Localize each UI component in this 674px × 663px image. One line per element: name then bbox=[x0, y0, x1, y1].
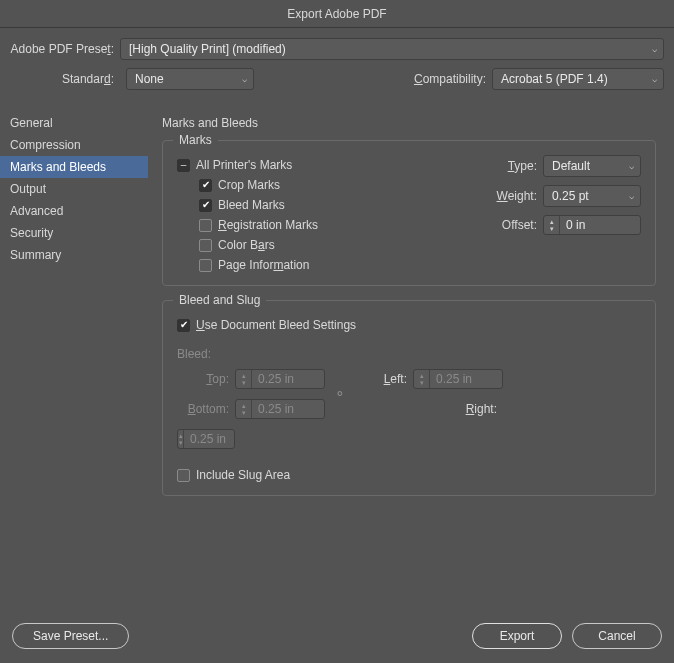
standard-label: Standard: bbox=[10, 72, 120, 86]
bleed-bottom-stepper: ▴▾ 0.25 in bbox=[235, 399, 325, 419]
bleed-left-label: Left: bbox=[355, 372, 413, 386]
offset-label: Offset: bbox=[502, 218, 537, 232]
bleed-top-label: Top: bbox=[177, 372, 235, 386]
standard-dropdown[interactable]: None ⌵ bbox=[126, 68, 254, 90]
stepper-arrows-icon[interactable]: ▴▾ bbox=[544, 216, 560, 234]
weight-dropdown[interactable]: 0.25 pt ⌵ bbox=[543, 185, 641, 207]
chevron-down-icon: ⌵ bbox=[652, 74, 657, 84]
sidebar-item-compression[interactable]: Compression bbox=[0, 134, 148, 156]
page-information-checkbox[interactable] bbox=[199, 259, 212, 272]
use-document-bleed-label: Use Document Bleed Settings bbox=[196, 318, 356, 332]
compat-label: Compatibility: bbox=[414, 72, 486, 86]
bleed-right-value: 0.25 in bbox=[184, 432, 234, 446]
page-information-label: Page Information bbox=[218, 258, 309, 272]
registration-marks-label: Registration Marks bbox=[218, 218, 318, 232]
preset-dropdown[interactable]: [High Quality Print] (modified) ⌵ bbox=[120, 38, 664, 60]
offset-value: 0 in bbox=[560, 218, 610, 232]
color-bars-label: Color Bars bbox=[218, 238, 275, 252]
bleed-slug-group: Bleed and Slug Use Document Bleed Settin… bbox=[162, 300, 656, 496]
type-value: Default bbox=[552, 159, 590, 173]
export-button[interactable]: Export bbox=[472, 623, 562, 649]
color-bars-checkbox[interactable] bbox=[199, 239, 212, 252]
content-pane: Marks and Bleeds Marks All Printer's Mar… bbox=[148, 106, 674, 636]
bleed-heading: Bleed: bbox=[177, 347, 641, 361]
bleed-bottom-label: Bottom: bbox=[177, 402, 235, 416]
link-icon: ⚬ bbox=[325, 386, 355, 402]
chevron-down-icon: ⌵ bbox=[652, 44, 657, 54]
stepper-arrows-icon: ▴▾ bbox=[236, 370, 252, 388]
top-controls: Adobe PDF Preset: [High Quality Print] (… bbox=[0, 28, 674, 106]
chevron-down-icon: ⌵ bbox=[629, 161, 634, 171]
chevron-down-icon: ⌵ bbox=[242, 74, 247, 84]
sidebar-item-marks-and-bleeds[interactable]: Marks and Bleeds bbox=[0, 156, 148, 178]
weight-label: Weight: bbox=[497, 189, 537, 203]
sidebar: General Compression Marks and Bleeds Out… bbox=[0, 106, 148, 636]
chevron-down-icon: ⌵ bbox=[629, 191, 634, 201]
dialog-title: Export Adobe PDF bbox=[0, 0, 674, 28]
all-printers-marks-label: All Printer's Marks bbox=[196, 158, 292, 172]
marks-group-label: Marks bbox=[173, 133, 218, 147]
bleed-right-label: Right: bbox=[413, 402, 503, 416]
offset-stepper[interactable]: ▴▾ 0 in bbox=[543, 215, 641, 235]
bleed-left-stepper: ▴▾ 0.25 in bbox=[413, 369, 503, 389]
standard-value: None bbox=[135, 72, 164, 86]
bleed-bottom-value: 0.25 in bbox=[252, 402, 302, 416]
stepper-arrows-icon: ▴▾ bbox=[236, 400, 252, 418]
sidebar-item-output[interactable]: Output bbox=[0, 178, 148, 200]
crop-marks-label: Crop Marks bbox=[218, 178, 280, 192]
all-printers-marks-checkbox[interactable] bbox=[177, 159, 190, 172]
bleed-marks-label: Bleed Marks bbox=[218, 198, 285, 212]
bleed-top-stepper: ▴▾ 0.25 in bbox=[235, 369, 325, 389]
sidebar-item-advanced[interactable]: Advanced bbox=[0, 200, 148, 222]
bleed-left-value: 0.25 in bbox=[430, 372, 480, 386]
bleed-right-stepper: ▴▾ 0.25 in bbox=[177, 429, 235, 449]
sidebar-item-security[interactable]: Security bbox=[0, 222, 148, 244]
type-label: Type: bbox=[508, 159, 537, 173]
weight-value: 0.25 pt bbox=[552, 189, 589, 203]
stepper-arrows-icon: ▴▾ bbox=[414, 370, 430, 388]
cancel-button[interactable]: Cancel bbox=[572, 623, 662, 649]
compat-dropdown[interactable]: Acrobat 5 (PDF 1.4) ⌵ bbox=[492, 68, 664, 90]
bleed-top-value: 0.25 in bbox=[252, 372, 302, 386]
include-slug-area-checkbox[interactable] bbox=[177, 469, 190, 482]
sidebar-item-general[interactable]: General bbox=[0, 112, 148, 134]
compat-value: Acrobat 5 (PDF 1.4) bbox=[501, 72, 608, 86]
section-heading: Marks and Bleeds bbox=[162, 116, 656, 130]
bleed-marks-checkbox[interactable] bbox=[199, 199, 212, 212]
save-preset-button[interactable]: Save Preset... bbox=[12, 623, 129, 649]
preset-value: [High Quality Print] (modified) bbox=[129, 42, 286, 56]
marks-group: Marks All Printer's Marks Crop Marks Ble… bbox=[162, 140, 656, 286]
include-slug-area-label: Include Slug Area bbox=[196, 468, 290, 482]
crop-marks-checkbox[interactable] bbox=[199, 179, 212, 192]
type-dropdown[interactable]: Default ⌵ bbox=[543, 155, 641, 177]
preset-label: Adobe PDF Preset: bbox=[10, 42, 120, 56]
use-document-bleed-checkbox[interactable] bbox=[177, 319, 190, 332]
registration-marks-checkbox[interactable] bbox=[199, 219, 212, 232]
sidebar-item-summary[interactable]: Summary bbox=[0, 244, 148, 266]
bleed-slug-group-label: Bleed and Slug bbox=[173, 293, 266, 307]
